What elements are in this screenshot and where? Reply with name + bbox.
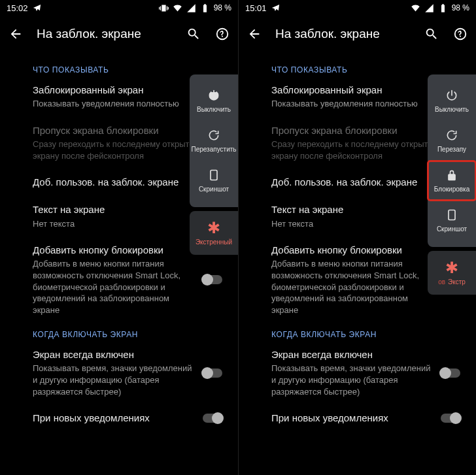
signal-icon <box>186 3 196 13</box>
toggle-always-on[interactable] <box>439 367 462 379</box>
signal-icon <box>424 3 434 13</box>
svg-rect-1 <box>449 210 455 220</box>
wifi-icon <box>173 3 182 13</box>
section-header-when: КОГДА ВКЛЮЧАТЬ ЭКРАН <box>33 330 224 339</box>
status-battery: 98 % <box>452 3 469 12</box>
toggle-always-on[interactable] <box>201 367 224 379</box>
restart-button[interactable]: Перезапустить <box>190 121 238 161</box>
lockdown-button[interactable]: Блокировка <box>428 161 476 201</box>
power-menu: Выключить Перезапу Блокировка Скриншот ✱… <box>428 74 476 295</box>
back-button[interactable] <box>246 26 262 42</box>
item-always-on[interactable]: Экран всегда включен Показывать время, з… <box>33 348 224 397</box>
toggle-new-notif[interactable] <box>201 412 224 424</box>
telegram-icon <box>271 3 280 13</box>
battery-icon <box>438 3 448 13</box>
page-title: На заблок. экране <box>37 27 173 41</box>
screenshot-icon <box>445 208 458 221</box>
back-button[interactable] <box>8 26 24 42</box>
item-always-on[interactable]: Экран всегда включен Показывать время, з… <box>271 348 462 397</box>
toggle-lockdown[interactable] <box>201 274 224 286</box>
restart-label: Перезапу <box>437 146 466 153</box>
lock-icon <box>445 169 458 182</box>
emergency-prefix: ов <box>438 278 445 286</box>
search-icon <box>424 27 439 41</box>
help-button[interactable] <box>214 26 230 42</box>
power-off-button[interactable]: Выключить <box>428 81 476 121</box>
asterisk-icon: ✱ <box>445 260 458 276</box>
power-menu-group: Выключить Перезапу Блокировка Скриншот <box>428 74 476 247</box>
status-battery: 98 % <box>214 3 231 12</box>
help-icon <box>215 27 230 41</box>
section-header-show: ЧТО ПОКАЗЫВАТЬ <box>271 65 462 74</box>
emergency-button[interactable]: ✱ ов Экстр <box>428 251 476 295</box>
help-icon <box>453 27 468 41</box>
item-secondary: Показывать время, значки уведомлений и д… <box>271 363 462 397</box>
power-menu-group: Выключить Перезапустить Скриншот <box>190 74 238 207</box>
screenshot-button[interactable]: Скриншот <box>428 201 476 240</box>
power-off-button[interactable]: Выключить <box>190 81 238 121</box>
pane-left: 15:02 98 % На заблок. экране ЧТО ПОКАЗЫВ… <box>0 0 238 475</box>
screenshot-button[interactable]: Скриншот <box>190 161 238 201</box>
restart-button[interactable]: Перезапу <box>428 121 476 161</box>
status-time: 15:01 <box>245 3 267 13</box>
search-button[interactable] <box>186 26 201 42</box>
item-primary: Экран всегда включен <box>33 348 224 361</box>
app-bar: На заблок. экране <box>239 16 476 52</box>
power-off-label: Выключить <box>197 106 231 113</box>
status-left: 15:01 <box>245 3 280 13</box>
item-primary: Экран всегда включен <box>271 348 462 361</box>
asterisk-icon: ✱ <box>207 220 220 236</box>
status-right: 98 % <box>411 3 469 13</box>
screenshot-icon <box>207 169 220 182</box>
battery-icon <box>200 3 210 13</box>
power-icon <box>445 89 458 102</box>
emergency-button[interactable]: ✱ Экстренный <box>190 211 238 255</box>
status-time: 15:02 <box>7 3 28 13</box>
item-new-notifications[interactable]: При новых уведомлениях <box>271 412 462 425</box>
item-secondary: Добавить в меню кнопки питания возможнос… <box>33 258 224 316</box>
emergency-label: Экстренный <box>196 238 232 246</box>
restart-icon <box>207 129 220 142</box>
status-right: 98 % <box>159 3 231 13</box>
svg-rect-0 <box>211 171 217 180</box>
item-new-notifications[interactable]: При новых уведомлениях <box>33 412 224 425</box>
item-primary: При новых уведомлениях <box>271 412 462 425</box>
lockdown-label: Блокировка <box>434 186 470 193</box>
item-primary: При новых уведомлениях <box>33 412 224 425</box>
power-icon <box>207 89 220 102</box>
help-button[interactable] <box>452 26 468 42</box>
search-button[interactable] <box>424 26 439 42</box>
pane-right: 15:01 98 % На заблок. экране ЧТО ПОКАЗЫВ… <box>238 0 476 475</box>
telegram-icon <box>32 3 42 13</box>
screenshot-label: Скриншот <box>199 186 229 193</box>
arrow-back-icon <box>8 27 23 41</box>
emergency-label: Экстр <box>448 278 466 286</box>
item-secondary: Показывать время, значки уведомлений и д… <box>33 363 224 397</box>
search-icon <box>186 27 201 41</box>
wifi-icon <box>411 3 420 13</box>
status-bar: 15:01 98 % <box>239 0 476 16</box>
section-header-when: КОГДА ВКЛЮЧАТЬ ЭКРАН <box>271 330 462 339</box>
restart-label: Перезапустить <box>191 146 236 153</box>
power-off-label: Выключить <box>435 106 469 113</box>
section-header-show: ЧТО ПОКАЗЫВАТЬ <box>33 65 224 74</box>
status-bar: 15:02 98 % <box>0 0 238 16</box>
app-bar: На заблок. экране <box>0 16 238 52</box>
status-left: 15:02 <box>7 3 42 13</box>
vibrate-icon <box>159 3 169 13</box>
toggle-new-notif[interactable] <box>439 412 462 424</box>
restart-icon <box>445 129 458 142</box>
screenshot-label: Скриншот <box>437 225 467 233</box>
power-menu: Выключить Перезапустить Скриншот ✱ Экстр… <box>190 74 238 255</box>
page-title: На заблок. экране <box>275 27 411 41</box>
arrow-back-icon <box>247 27 262 41</box>
